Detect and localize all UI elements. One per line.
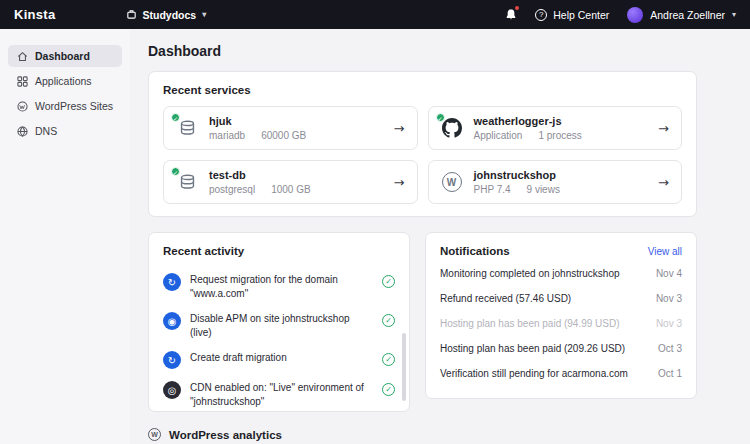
service-name: test-db (209, 169, 311, 181)
activity-text: Request migration for the domain "www.a.… (190, 273, 373, 300)
github-icon: ✓ (441, 117, 463, 139)
migration-icon: ↻ (163, 273, 181, 291)
wordpress-icon (16, 101, 28, 112)
notification-item[interactable]: Monitoring completed on johnstruckshop N… (440, 261, 682, 286)
status-ok-badge: ✓ (171, 167, 180, 176)
service-name: johnstruckshop (474, 169, 560, 181)
chevron-down-icon: ▾ (732, 10, 736, 19)
scrollbar-thumb[interactable] (402, 333, 406, 401)
database-icon: ✓ (176, 171, 198, 193)
activity-item[interactable]: ◎ CDN enabled on: "Live" environment of … (163, 375, 395, 412)
topbar: Kinsta Studydocs ▾ ? Help Center Andrea … (0, 0, 750, 29)
main-content: Dashboard Recent services ✓ hjuk (130, 29, 750, 444)
cdn-icon: ◎ (163, 381, 181, 399)
service-name: hjuk (209, 115, 306, 127)
chevron-down-icon: ▾ (202, 10, 206, 19)
wordpress-icon: W (148, 428, 161, 441)
sidebar-item-label: WordPress Sites (35, 100, 113, 112)
unread-dot (515, 6, 519, 10)
question-icon: ? (535, 9, 547, 21)
notification-item[interactable]: Refund received (57.46 USD) Nov 3 (440, 286, 682, 311)
activity-text: CDN enabled on: "Live" environment of "j… (190, 381, 373, 408)
sidebar-item-label: DNS (35, 125, 57, 137)
home-icon (16, 51, 28, 62)
recent-activity-title: Recent activity (163, 245, 395, 257)
success-check-icon: ✓ (382, 353, 395, 366)
notification-text: Hosting plan has been paid (94.99 USD) (440, 318, 620, 329)
wordpress-analytics-title: WordPress analytics (169, 429, 282, 441)
arrow-right-icon[interactable]: → (394, 121, 405, 136)
service-type: PHP 7.4 (474, 184, 511, 195)
notification-text: Monitoring completed on johnstruckshop (440, 268, 620, 279)
service-card-hjuk[interactable]: ✓ hjuk mariadb 60000 GB → (163, 106, 418, 150)
help-center-label: Help Center (553, 9, 609, 21)
notification-date: Nov 3 (656, 293, 682, 304)
service-detail: 9 views (527, 184, 560, 195)
migration-icon: ↻ (163, 351, 181, 369)
notification-date: Nov 4 (656, 268, 682, 279)
success-check-icon: ✓ (382, 275, 395, 288)
sidebar-item-label: Dashboard (35, 50, 90, 62)
globe-icon (16, 126, 28, 137)
notification-date: Nov 3 (656, 318, 682, 329)
notifications-title: Notifications (440, 245, 510, 257)
service-detail: 60000 GB (261, 130, 306, 141)
recent-services-card: Recent services ✓ hjuk maria (148, 71, 697, 217)
status-ok-badge: ✓ (436, 113, 445, 122)
page-title: Dashboard (148, 43, 697, 59)
kinsta-logo[interactable]: Kinsta (14, 7, 56, 22)
arrow-right-icon[interactable]: → (394, 175, 405, 190)
status-ok-badge: ✓ (171, 113, 180, 122)
sidebar-item-dns[interactable]: DNS (8, 120, 122, 142)
notification-item[interactable]: Hosting plan has been paid (94.99 USD) N… (440, 311, 682, 336)
notification-item[interactable]: Hosting plan has been paid (209.26 USD) … (440, 336, 682, 361)
activity-text: Disable APM on site johnstruckshop (live… (190, 312, 373, 339)
topbar-right: ? Help Center Andrea Zoellner ▾ (505, 7, 736, 23)
service-detail: 1000 GB (271, 184, 310, 195)
notification-text: Hosting plan has been paid (209.26 USD) (440, 343, 625, 354)
recent-services-title: Recent services (163, 84, 682, 96)
recent-activity-card: Recent activity ↻ Request migration for … (148, 232, 410, 412)
grid-icon (16, 76, 28, 87)
service-type: Application (474, 130, 523, 141)
arrow-right-icon[interactable]: → (658, 121, 669, 136)
service-type: postgresql (209, 184, 255, 195)
user-menu[interactable]: Andrea Zoellner ▾ (627, 7, 736, 23)
user-name: Andrea Zoellner (650, 9, 725, 21)
service-card-weatherlogger-js[interactable]: ✓ weatherlogger-js Application 1 process… (428, 106, 683, 150)
notification-item[interactable]: Verification still pending for acarmona.… (440, 361, 682, 386)
company-icon (126, 9, 137, 20)
arrow-right-icon[interactable]: → (658, 175, 669, 190)
company-selector[interactable]: Studydocs ▾ (126, 9, 207, 21)
notification-text: Verification still pending for acarmona.… (440, 368, 628, 379)
notification-date: Oct 3 (658, 343, 682, 354)
activity-item[interactable]: ↻ Request migration for the domain "www.… (163, 267, 395, 306)
wordpress-icon: W (441, 171, 463, 193)
activity-text: Create draft migration (190, 351, 373, 365)
sidebar-item-wordpress-sites[interactable]: WordPress Sites (8, 95, 122, 117)
service-name: weatherlogger-js (474, 115, 582, 127)
service-detail: 1 process (538, 130, 581, 141)
sidebar-item-label: Applications (35, 75, 92, 87)
apm-icon: ◉ (163, 312, 181, 330)
activity-item[interactable]: ↻ Create draft migration ✓ (163, 345, 395, 375)
help-center-link[interactable]: ? Help Center (535, 9, 609, 21)
success-check-icon: ✓ (382, 383, 395, 396)
sidebar-item-dashboard[interactable]: Dashboard (8, 45, 122, 67)
avatar (627, 7, 643, 23)
notification-date: Oct 1 (658, 368, 682, 379)
database-icon: ✓ (176, 117, 198, 139)
view-all-link[interactable]: View all (648, 246, 682, 257)
activity-item[interactable]: ◉ Disable APM on site johnstruckshop (li… (163, 306, 395, 345)
services-grid: ✓ hjuk mariadb 60000 GB → (163, 106, 682, 204)
service-card-johnstruckshop[interactable]: W johnstruckshop PHP 7.4 9 views → (428, 160, 683, 204)
wordpress-analytics-section: W WordPress analytics (148, 428, 697, 441)
notifications-bell-button[interactable] (505, 8, 517, 21)
service-type: mariadb (209, 130, 245, 141)
company-name: Studydocs (143, 9, 197, 21)
sidebar: Dashboard Applications WordPress Sites (0, 29, 130, 444)
notification-text: Refund received (57.46 USD) (440, 293, 571, 304)
service-card-test-db[interactable]: ✓ test-db postgresql 1000 GB → (163, 160, 418, 204)
sidebar-item-applications[interactable]: Applications (8, 70, 122, 92)
success-check-icon: ✓ (382, 314, 395, 327)
